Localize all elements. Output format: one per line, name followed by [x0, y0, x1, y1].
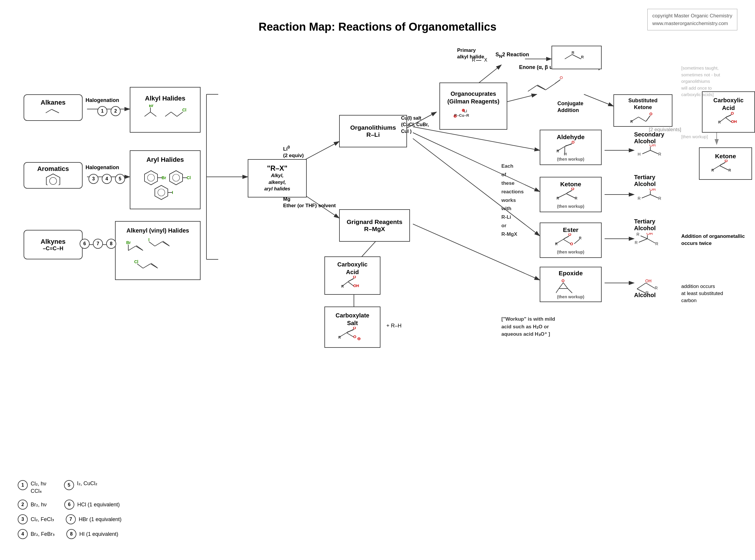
svg-marker-49	[155, 185, 168, 200]
svg-text:OH: OH	[650, 144, 656, 147]
substituted-ketone-box: SubstitutedKetone O R	[614, 94, 673, 127]
rx-box: "R–X" Alkyl,alkenyl,aryl halides	[248, 159, 307, 198]
grignard-formula: R–MgX	[364, 225, 385, 233]
svg-marker-41	[144, 171, 157, 185]
secondary-alcohol-molecule: H OH R	[637, 144, 675, 163]
ketone-product-box: Ketone R O R	[699, 147, 752, 180]
svg-text:Cl: Cl	[134, 259, 138, 264]
secondary-alcohol-svg: H OH R	[637, 144, 675, 162]
epoxide-molecule: O	[556, 277, 585, 295]
svg-text:R: R	[658, 152, 661, 157]
svg-text:Cl: Cl	[187, 175, 191, 180]
ketone-product-label: Ketone	[715, 153, 736, 160]
legend-circle-6: 6	[64, 500, 74, 509]
epoxide-workup: (then workup)	[557, 295, 584, 299]
svg-line-149	[650, 195, 658, 198]
alkenyl-halides-label: Alkenyl (vinyl) Halides	[127, 227, 189, 234]
svg-line-107	[567, 191, 572, 193]
svg-line-125	[568, 288, 572, 293]
svg-text:O: O	[724, 160, 728, 163]
rx-sublabel: Alkyl,alkenyl,aryl halides	[264, 173, 290, 192]
svg-line-138	[347, 333, 354, 337]
aldehyde-box: Aldehyde R O H (then workup)	[540, 130, 602, 165]
svg-point-46	[173, 174, 180, 181]
svg-line-155	[647, 239, 655, 243]
svg-text:OH: OH	[650, 188, 656, 192]
aldehyde-molecule: R O H	[556, 141, 585, 157]
legend-circle-4: 4	[18, 529, 28, 539]
alkane-molecule	[44, 107, 62, 116]
svg-text:R: R	[645, 290, 648, 295]
ester-label: Ester	[563, 226, 579, 234]
organolithiums-formula: R–Li	[366, 131, 380, 138]
aldehyde-workup: (then workup)	[557, 157, 584, 161]
rr-product-box: R R	[551, 46, 602, 69]
svg-line-58	[155, 242, 162, 246]
sub-ketone-molecule: O R	[630, 111, 656, 124]
svg-line-165	[646, 283, 655, 288]
svg-line-16	[413, 127, 540, 150]
svg-line-172	[720, 166, 729, 170]
carboxylic-acid-right-molecule: R O OH	[717, 112, 740, 128]
tertiary-alcohol-2-label: TertiaryAlcohol	[634, 218, 656, 232]
cu-salt-label: Cu(I) salt(CuCl, CuBr,CuI )	[401, 115, 429, 135]
svg-line-129	[349, 279, 353, 281]
benzene-molecule	[46, 173, 60, 185]
svg-line-116	[563, 239, 571, 244]
svg-text:R: R	[630, 120, 633, 124]
svg-line-121	[559, 283, 563, 288]
svg-line-39	[177, 112, 183, 116]
legend-circle-1: 1	[18, 480, 28, 490]
svg-text:Br: Br	[149, 105, 154, 108]
svg-line-159	[641, 236, 647, 239]
svg-text:R: R	[729, 168, 731, 173]
svg-text:O: O	[560, 76, 563, 80]
legend-text-7: HBr (1 equivalent)	[79, 516, 121, 523]
svg-line-136	[347, 330, 353, 332]
circle-7: 7	[93, 239, 103, 249]
ketone-product-molecule: R O R	[711, 160, 740, 175]
halogenation-label-2: Halogenation	[85, 164, 119, 171]
svg-text:R: R	[581, 55, 584, 59]
svg-line-61	[149, 242, 155, 246]
svg-text:R: R	[655, 241, 658, 246]
svg-text:I: I	[148, 237, 150, 242]
legend-circle-8: 8	[66, 529, 76, 539]
svg-text:O: O	[570, 242, 573, 246]
rx-label: "R–X"	[267, 164, 287, 173]
circle-6: 6	[80, 239, 90, 249]
each-reactions-note: EachofthesereactionsworkswithR-LiorR-MgX	[501, 162, 524, 239]
tertiary-alcohol-1-label: TertiaryAlcohol	[634, 174, 656, 187]
legend-text-1: Cl₂, hνCCl₄	[31, 480, 46, 495]
grignard-box: Grignard Reagents R–MgX	[339, 209, 410, 242]
svg-line-80	[565, 55, 572, 59]
aldehyde-label: Aldehyde	[557, 134, 585, 141]
then-workup-label: [then workup]	[681, 134, 708, 139]
svg-line-87	[646, 116, 650, 121]
enone-molecule-area: O	[525, 74, 563, 98]
svg-line-66	[137, 264, 143, 268]
svg-line-75	[546, 84, 555, 90]
svg-line-55	[136, 245, 142, 250]
svg-text:OH: OH	[646, 233, 653, 236]
addition-least-sub-note: addition occursat least substitutedcarbo…	[681, 283, 723, 304]
legend-text-6: HCl (1 equivalent)	[77, 502, 120, 508]
sn2-label: SN2 Reaction	[496, 52, 529, 59]
sometimes-note: [sometimes taught,sometimes not - butorg…	[681, 65, 752, 98]
circle-1: 1	[97, 106, 108, 116]
svg-text:Cl: Cl	[182, 107, 187, 112]
alkynes-box: Alkynes –C≡C–H	[24, 230, 82, 259]
svg-text:R: R	[638, 196, 641, 201]
alkyl-halides-label: Alkyl Halides	[145, 95, 186, 102]
svg-line-77	[555, 80, 560, 83]
svg-line-74	[537, 85, 545, 89]
svg-text:R: R	[718, 120, 721, 124]
ester-workup: (then workup)	[557, 249, 584, 254]
svg-line-154	[639, 239, 647, 242]
carboxylate-salt-label: CarboxylateSalt	[336, 312, 370, 327]
aromatics-box: Aromatics	[24, 162, 82, 188]
svg-point-50	[158, 189, 165, 196]
circle-3: 3	[89, 174, 98, 184]
carboxylic-acid-mid-label: CarboxylicAcid	[337, 261, 367, 276]
svg-text:R: R	[572, 51, 575, 55]
